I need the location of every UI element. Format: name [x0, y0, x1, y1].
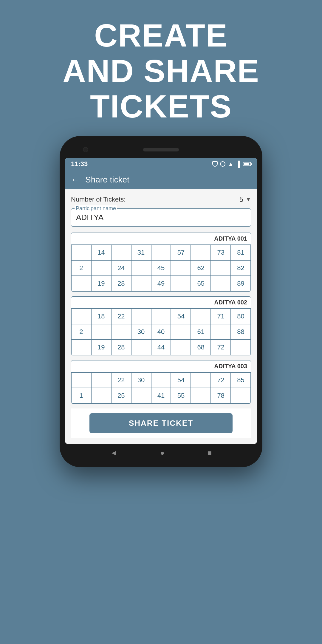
ticket-cell: 81 — [231, 245, 251, 260]
ticket-cell: 65 — [191, 276, 211, 291]
ticket-cell — [151, 309, 171, 324]
ticket-cell — [91, 324, 111, 340]
ticket-card-3: ADITYA 003 22 30 54 72 85 1 — [71, 360, 251, 404]
ticket-cell: 18 — [91, 309, 111, 324]
phone-bottom-bezel — [65, 444, 257, 462]
ticket-cell — [171, 324, 191, 340]
ticket-cell: 22 — [111, 309, 131, 324]
phone-screen: 11:33 ▲ ▐ ← Share ticket — [65, 158, 257, 444]
ticket-cell: 80 — [231, 309, 251, 324]
status-icons: ▲ ▐ — [212, 161, 251, 168]
ticket-1-grid: 14 31 57 73 81 2 24 45 — [71, 245, 251, 291]
ticket-cell: 45 — [151, 260, 171, 276]
ticket-cell — [111, 324, 131, 340]
ticket-cell — [191, 245, 211, 260]
ticket-cell — [91, 388, 111, 403]
ticket-cell — [91, 372, 111, 388]
ticket-cell — [131, 276, 151, 291]
ticket-cell — [211, 324, 231, 340]
ticket-cell — [131, 260, 151, 276]
ticket-cell — [171, 340, 191, 355]
phone-top-bezel — [65, 141, 257, 158]
ticket-cell: 31 — [131, 245, 151, 260]
ticket-cell: 24 — [111, 260, 131, 276]
ticket-cell: 2 — [71, 260, 91, 276]
nav-back-icon[interactable] — [110, 449, 117, 457]
ticket-cell — [71, 372, 91, 388]
app-bar-title: Share ticket — [85, 175, 129, 185]
tickets-value: 5 — [239, 195, 243, 204]
ticket-cell: 71 — [211, 309, 231, 324]
nav-recent-icon[interactable] — [208, 449, 212, 457]
nav-home-icon[interactable] — [160, 449, 165, 457]
ticket-cell: 57 — [171, 245, 191, 260]
notification-icon — [220, 161, 225, 167]
ticket-cell: 28 — [111, 276, 131, 291]
tickets-dropdown[interactable]: 5 ▼ — [239, 195, 251, 204]
ticket-cell: 2 — [71, 324, 91, 340]
ticket-cell — [191, 309, 211, 324]
ticket-cell — [151, 372, 171, 388]
ticket-1-header: ADITYA 001 — [71, 233, 251, 245]
battery-icon — [243, 162, 251, 166]
ticket-cell: 49 — [151, 276, 171, 291]
phone-speaker — [143, 148, 179, 151]
app-bar: ← Share ticket — [65, 170, 257, 189]
signal-icon: ▐ — [236, 161, 240, 168]
ticket-3-grid: 22 30 54 72 85 1 25 41 55 — [71, 372, 251, 403]
ticket-cell — [231, 340, 251, 355]
ticket-cell: 61 — [191, 324, 211, 340]
share-button-wrapper: SHARE TICKET — [71, 408, 251, 438]
ticket-cell: 14 — [91, 245, 111, 260]
phone-wrapper: 11:33 ▲ ▐ ← Share ticket — [0, 136, 322, 467]
phone-frame: 11:33 ▲ ▐ ← Share ticket — [60, 136, 262, 467]
ticket-cell — [131, 309, 151, 324]
ticket-cell — [71, 309, 91, 324]
content-area: Number of Tickets: 5 ▼ Participant name … — [65, 189, 257, 444]
ticket-cell: 72 — [211, 340, 231, 355]
ticket-cell: 28 — [111, 340, 131, 355]
ticket-2-grid: 18 22 54 71 80 2 30 40 — [71, 309, 251, 355]
ticket-cell: 40 — [151, 324, 171, 340]
ticket-cell — [191, 372, 211, 388]
ticket-cell: 72 — [211, 372, 231, 388]
tickets-row: Number of Tickets: 5 ▼ — [71, 195, 251, 204]
ticket-cell — [71, 340, 91, 355]
ticket-cell: 25 — [111, 388, 131, 403]
ticket-cell: 89 — [231, 276, 251, 291]
share-ticket-button[interactable]: SHARE TICKET — [89, 413, 232, 433]
ticket-cell: 55 — [171, 388, 191, 403]
phone-camera — [83, 147, 88, 152]
wifi-icon: ▲ — [228, 161, 234, 168]
ticket-cell — [231, 388, 251, 403]
ticket-cell — [211, 260, 231, 276]
participant-input-wrapper: Participant name — [71, 208, 251, 227]
ticket-cell — [151, 245, 171, 260]
ticket-card-2: ADITYA 002 18 22 54 71 80 2 — [71, 296, 251, 355]
ticket-cell — [171, 276, 191, 291]
ticket-cell — [91, 260, 111, 276]
ticket-cell: 73 — [211, 245, 231, 260]
status-time: 11:33 — [71, 160, 88, 168]
ticket-cell: 19 — [91, 340, 111, 355]
ticket-cell: 30 — [131, 372, 151, 388]
ticket-cell: 30 — [131, 324, 151, 340]
ticket-cell: 68 — [191, 340, 211, 355]
ticket-cell: 85 — [231, 372, 251, 388]
ticket-cell: 22 — [111, 372, 131, 388]
ticket-3-header: ADITYA 003 — [71, 360, 251, 372]
ticket-card-1: ADITYA 001 14 31 57 73 81 2 — [71, 233, 251, 292]
dropdown-arrow-icon: ▼ — [246, 196, 251, 203]
ticket-cell: 82 — [231, 260, 251, 276]
ticket-cell: 44 — [151, 340, 171, 355]
tickets-label: Number of Tickets: — [71, 196, 239, 203]
ticket-cell — [71, 245, 91, 260]
ticket-cell — [71, 276, 91, 291]
ticket-cell: 78 — [211, 388, 231, 403]
ticket-cell: 54 — [171, 372, 191, 388]
status-bar: 11:33 ▲ ▐ — [65, 158, 257, 170]
ticket-cell: 41 — [151, 388, 171, 403]
ticket-cell: 19 — [91, 276, 111, 291]
back-button[interactable]: ← — [71, 175, 79, 185]
ticket-cell — [131, 340, 151, 355]
